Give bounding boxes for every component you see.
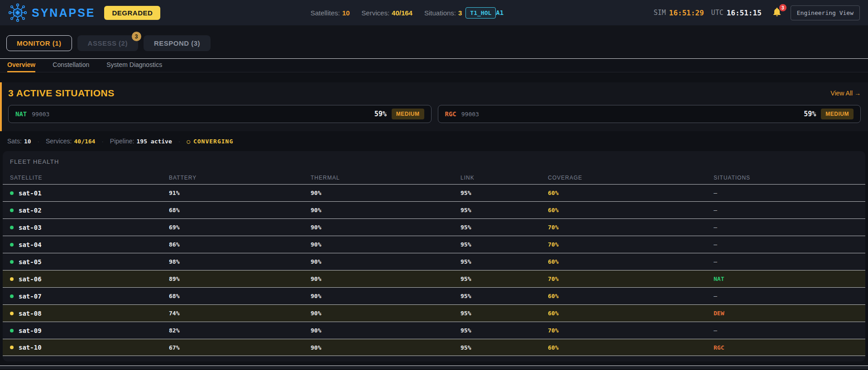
- satellite-name: sat-02: [19, 207, 42, 214]
- subtab-constellation[interactable]: Constellation: [53, 59, 89, 72]
- fleet-row-sat-02[interactable]: sat-0268%90%95%60%–: [3, 201, 865, 218]
- link-value: 95%: [460, 207, 548, 213]
- health-dot-icon: [10, 243, 14, 247]
- situation-card-rgc[interactable]: RGC9900359%MEDIUM: [438, 105, 861, 123]
- fleet-row-sat-09[interactable]: sat-0982%90%95%70%–: [3, 322, 865, 339]
- stat-value: 40/164: [392, 9, 412, 17]
- link-value: 95%: [460, 190, 548, 196]
- thermal-value: 90%: [311, 224, 460, 231]
- stat-label: Situations:: [424, 9, 456, 17]
- app-title: SYNAPSE: [32, 6, 95, 19]
- state-ring-icon: ○: [187, 138, 191, 145]
- satellite-name: sat-09: [19, 327, 42, 334]
- utc-label: UTC: [711, 9, 724, 17]
- coverage-value: 60%: [548, 293, 714, 299]
- header-stat: Situations:3: [424, 9, 462, 17]
- status-item: Pipeline:195 active: [110, 138, 172, 145]
- health-dot-icon: [10, 312, 14, 315]
- situation-id: 99003: [461, 111, 479, 118]
- situation-cell: RGC: [714, 344, 858, 351]
- link-value: 95%: [460, 327, 548, 334]
- fleet-table: SATELLITEBATTERYTHERMALLINKCOVERAGESITUA…: [3, 171, 865, 356]
- coverage-value: 70%: [548, 327, 714, 334]
- coverage-value: 70%: [548, 241, 714, 248]
- fleet-row-sat-07[interactable]: sat-0768%90%95%60%–: [3, 287, 865, 304]
- situation-cell: –: [714, 224, 858, 231]
- system-status-badge: DEGRADED: [104, 6, 160, 20]
- fleet-health-panel: FLEET HEALTH SATELLITEBATTERYTHERMALLINK…: [3, 151, 865, 361]
- sim-time: 16:51:29: [669, 9, 704, 17]
- grade-indicator: A1: [496, 9, 504, 16]
- situation-cell: –: [714, 241, 858, 248]
- tab-respond[interactable]: RESPOND (3): [144, 35, 211, 51]
- fleet-row-sat-03[interactable]: sat-0369%90%95%70%–: [3, 218, 865, 236]
- situation-cell: –: [714, 327, 858, 334]
- fleet-table-header: SATELLITEBATTERYTHERMALLINKCOVERAGESITUA…: [3, 171, 865, 184]
- satellite-cell: sat-07: [10, 293, 169, 300]
- health-dot-icon: [10, 346, 14, 349]
- tab-monitor[interactable]: MONITOR (1): [6, 35, 72, 51]
- satellite-cell: sat-06: [10, 275, 169, 283]
- thermal-value: 90%: [311, 293, 460, 299]
- engineering-view-button[interactable]: Engineering View: [791, 5, 860, 20]
- satellite-cell: sat-09: [10, 327, 169, 334]
- health-dot-icon: [10, 260, 14, 264]
- logo: SYNAPSE: [8, 3, 95, 22]
- fleet-row-sat-04[interactable]: sat-0486%90%95%70%–: [3, 236, 865, 253]
- status-item: Sats:10: [7, 138, 31, 145]
- thermal-value: 90%: [311, 241, 460, 248]
- fleet-row-sat-06[interactable]: sat-0689%90%95%70%NAT: [3, 270, 865, 287]
- link-value: 95%: [460, 293, 548, 299]
- header-stats: Satellites:10Services:40/164Situations:3: [311, 9, 462, 17]
- coverage-value: 60%: [548, 190, 714, 196]
- battery-value: 91%: [169, 190, 311, 196]
- column-header-link: LINK: [460, 175, 548, 181]
- situation-cell: –: [714, 190, 858, 196]
- fleet-row-sat-01[interactable]: sat-0191%90%95%60%–: [3, 184, 865, 201]
- battery-value: 98%: [169, 258, 311, 265]
- utc-time: 16:51:15: [727, 9, 762, 17]
- situation-percent: 59%: [804, 110, 816, 118]
- notifications-button[interactable]: 3: [772, 7, 783, 19]
- column-header-coverage: COVERAGE: [548, 175, 714, 181]
- satellite-name: sat-08: [19, 310, 42, 317]
- header-stat: Services:40/164: [361, 9, 412, 17]
- coverage-value: 60%: [548, 258, 714, 265]
- situation-cell: –: [714, 207, 858, 213]
- situation-cards: NAT9900359%MEDIUMRGC9900359%MEDIUM: [8, 105, 861, 123]
- battery-value: 68%: [169, 293, 311, 299]
- fleet-row-sat-05[interactable]: sat-0598%90%95%60%–: [3, 253, 865, 270]
- health-dot-icon: [10, 191, 14, 195]
- fleet-row-sat-10[interactable]: sat-1067%90%95%60%RGC: [3, 339, 865, 356]
- subtab-overview[interactable]: Overview: [7, 59, 35, 72]
- stat-label: Services:: [361, 9, 389, 17]
- status-value: 40/164: [74, 138, 95, 145]
- view-all-link[interactable]: View All →: [830, 90, 861, 97]
- active-situations-title: 3 ACTIVE SITUATIONS: [8, 88, 115, 99]
- satellite-cell: sat-03: [10, 224, 169, 231]
- separator-dot: ·: [38, 138, 39, 145]
- pipeline-state: ○CONVERGING: [187, 138, 233, 145]
- fleet-row-sat-08[interactable]: sat-0874%90%95%60%DEW: [3, 304, 865, 322]
- fleet-health-title: FLEET HEALTH: [3, 158, 865, 165]
- health-dot-icon: [10, 209, 14, 212]
- column-header-thermal: THERMAL: [311, 175, 460, 181]
- subtab-system-diagnostics[interactable]: System Diagnostics: [106, 59, 162, 72]
- health-dot-icon: [10, 277, 14, 281]
- tab-assess[interactable]: ASSESS (2)3: [77, 35, 138, 51]
- main-tabbar: MONITOR (1)ASSESS (2)3RESPOND (3): [0, 25, 868, 59]
- sim-label: SIM: [653, 9, 666, 17]
- satellite-cell: sat-10: [10, 344, 169, 351]
- satellite-name: sat-10: [19, 344, 42, 351]
- link-value: 95%: [460, 258, 548, 265]
- satellite-name: sat-06: [19, 275, 42, 283]
- column-header-battery: BATTERY: [169, 175, 311, 181]
- satellite-name: sat-03: [19, 224, 42, 231]
- thermal-value: 90%: [311, 190, 460, 196]
- status-value: 195 active: [137, 138, 172, 145]
- situation-card-nat[interactable]: NAT9900359%MEDIUM: [8, 105, 432, 123]
- battery-value: 68%: [169, 207, 311, 213]
- situation-cell: DEW: [714, 310, 858, 317]
- situation-code: NAT: [15, 110, 27, 118]
- link-value: 95%: [460, 344, 548, 351]
